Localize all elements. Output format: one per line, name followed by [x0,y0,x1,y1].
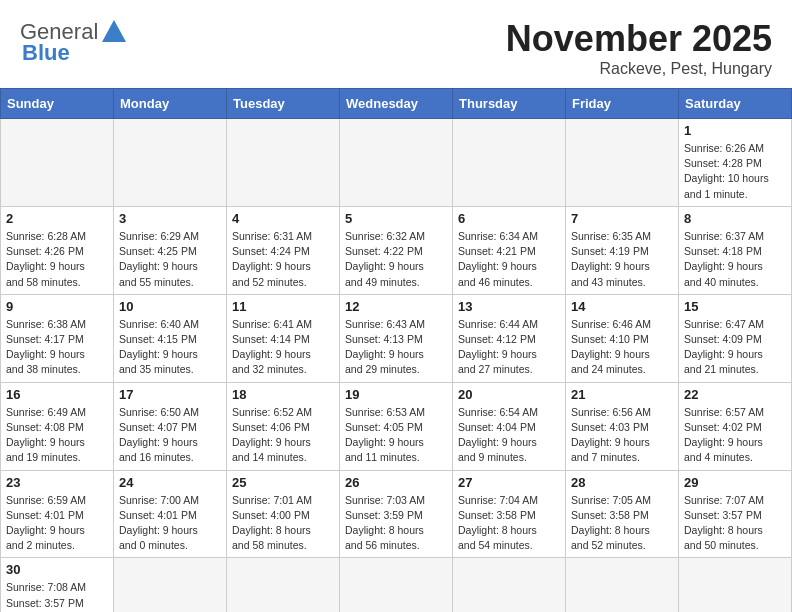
calendar-cell: 28Sunrise: 7:05 AM Sunset: 3:58 PM Dayli… [566,470,679,558]
day-info: Sunrise: 6:52 AM Sunset: 4:06 PM Dayligh… [232,405,334,466]
logo-icon [100,18,128,46]
header-day-sunday: Sunday [1,89,114,119]
day-info: Sunrise: 6:59 AM Sunset: 4:01 PM Dayligh… [6,493,108,554]
header-day-thursday: Thursday [453,89,566,119]
day-info: Sunrise: 6:32 AM Sunset: 4:22 PM Dayligh… [345,229,447,290]
day-info: Sunrise: 6:53 AM Sunset: 4:05 PM Dayligh… [345,405,447,466]
day-number: 28 [571,475,673,490]
calendar-cell [566,119,679,207]
day-number: 6 [458,211,560,226]
day-info: Sunrise: 6:37 AM Sunset: 4:18 PM Dayligh… [684,229,786,290]
day-info: Sunrise: 7:01 AM Sunset: 4:00 PM Dayligh… [232,493,334,554]
day-number: 26 [345,475,447,490]
calendar-cell: 7Sunrise: 6:35 AM Sunset: 4:19 PM Daylig… [566,206,679,294]
calendar-cell: 6Sunrise: 6:34 AM Sunset: 4:21 PM Daylig… [453,206,566,294]
calendar-cell: 18Sunrise: 6:52 AM Sunset: 4:06 PM Dayli… [227,382,340,470]
page-subtitle: Rackeve, Pest, Hungary [506,60,772,78]
calendar-cell [453,558,566,612]
calendar-cell: 2Sunrise: 6:28 AM Sunset: 4:26 PM Daylig… [1,206,114,294]
day-number: 3 [119,211,221,226]
page-title: November 2025 [506,18,772,60]
calendar-table: SundayMondayTuesdayWednesdayThursdayFrid… [0,88,792,612]
calendar-cell [114,119,227,207]
title-block: November 2025 Rackeve, Pest, Hungary [506,18,772,78]
calendar-cell [114,558,227,612]
calendar-cell [1,119,114,207]
calendar-week-row: 23Sunrise: 6:59 AM Sunset: 4:01 PM Dayli… [1,470,792,558]
day-number: 20 [458,387,560,402]
calendar-cell [679,558,792,612]
day-number: 2 [6,211,108,226]
day-info: Sunrise: 7:08 AM Sunset: 3:57 PM Dayligh… [6,580,108,612]
day-number: 24 [119,475,221,490]
day-info: Sunrise: 7:07 AM Sunset: 3:57 PM Dayligh… [684,493,786,554]
calendar-cell: 23Sunrise: 6:59 AM Sunset: 4:01 PM Dayli… [1,470,114,558]
svg-marker-0 [102,20,126,42]
day-info: Sunrise: 6:35 AM Sunset: 4:19 PM Dayligh… [571,229,673,290]
day-number: 16 [6,387,108,402]
day-info: Sunrise: 6:26 AM Sunset: 4:28 PM Dayligh… [684,141,786,202]
calendar-cell: 10Sunrise: 6:40 AM Sunset: 4:15 PM Dayli… [114,294,227,382]
calendar-cell: 14Sunrise: 6:46 AM Sunset: 4:10 PM Dayli… [566,294,679,382]
calendar-cell: 22Sunrise: 6:57 AM Sunset: 4:02 PM Dayli… [679,382,792,470]
calendar-week-row: 30Sunrise: 7:08 AM Sunset: 3:57 PM Dayli… [1,558,792,612]
day-number: 11 [232,299,334,314]
calendar-cell [340,558,453,612]
day-info: Sunrise: 6:47 AM Sunset: 4:09 PM Dayligh… [684,317,786,378]
page-header: General Blue November 2025 Rackeve, Pest… [0,0,792,88]
calendar-cell [453,119,566,207]
calendar-cell: 3Sunrise: 6:29 AM Sunset: 4:25 PM Daylig… [114,206,227,294]
day-number: 9 [6,299,108,314]
day-number: 17 [119,387,221,402]
calendar-cell [340,119,453,207]
calendar-cell: 13Sunrise: 6:44 AM Sunset: 4:12 PM Dayli… [453,294,566,382]
calendar-cell: 20Sunrise: 6:54 AM Sunset: 4:04 PM Dayli… [453,382,566,470]
day-number: 12 [345,299,447,314]
day-number: 7 [571,211,673,226]
day-number: 29 [684,475,786,490]
header-day-tuesday: Tuesday [227,89,340,119]
calendar-cell [566,558,679,612]
calendar-cell: 12Sunrise: 6:43 AM Sunset: 4:13 PM Dayli… [340,294,453,382]
calendar-week-row: 1Sunrise: 6:26 AM Sunset: 4:28 PM Daylig… [1,119,792,207]
day-info: Sunrise: 6:54 AM Sunset: 4:04 PM Dayligh… [458,405,560,466]
day-info: Sunrise: 6:31 AM Sunset: 4:24 PM Dayligh… [232,229,334,290]
day-number: 1 [684,123,786,138]
calendar-cell: 19Sunrise: 6:53 AM Sunset: 4:05 PM Dayli… [340,382,453,470]
day-number: 21 [571,387,673,402]
calendar-cell: 15Sunrise: 6:47 AM Sunset: 4:09 PM Dayli… [679,294,792,382]
header-day-saturday: Saturday [679,89,792,119]
calendar-week-row: 2Sunrise: 6:28 AM Sunset: 4:26 PM Daylig… [1,206,792,294]
day-number: 8 [684,211,786,226]
day-number: 23 [6,475,108,490]
day-info: Sunrise: 6:41 AM Sunset: 4:14 PM Dayligh… [232,317,334,378]
day-number: 25 [232,475,334,490]
day-info: Sunrise: 6:46 AM Sunset: 4:10 PM Dayligh… [571,317,673,378]
day-number: 22 [684,387,786,402]
calendar-cell: 26Sunrise: 7:03 AM Sunset: 3:59 PM Dayli… [340,470,453,558]
calendar-week-row: 16Sunrise: 6:49 AM Sunset: 4:08 PM Dayli… [1,382,792,470]
logo: General Blue [20,18,128,66]
calendar-week-row: 9Sunrise: 6:38 AM Sunset: 4:17 PM Daylig… [1,294,792,382]
day-number: 30 [6,562,108,577]
calendar-cell: 25Sunrise: 7:01 AM Sunset: 4:00 PM Dayli… [227,470,340,558]
calendar-cell: 8Sunrise: 6:37 AM Sunset: 4:18 PM Daylig… [679,206,792,294]
header-day-monday: Monday [114,89,227,119]
calendar-cell: 16Sunrise: 6:49 AM Sunset: 4:08 PM Dayli… [1,382,114,470]
day-number: 5 [345,211,447,226]
day-number: 14 [571,299,673,314]
calendar-cell: 5Sunrise: 6:32 AM Sunset: 4:22 PM Daylig… [340,206,453,294]
calendar-cell [227,119,340,207]
day-number: 15 [684,299,786,314]
calendar-cell: 17Sunrise: 6:50 AM Sunset: 4:07 PM Dayli… [114,382,227,470]
day-number: 13 [458,299,560,314]
day-info: Sunrise: 6:44 AM Sunset: 4:12 PM Dayligh… [458,317,560,378]
calendar-cell: 11Sunrise: 6:41 AM Sunset: 4:14 PM Dayli… [227,294,340,382]
day-info: Sunrise: 7:05 AM Sunset: 3:58 PM Dayligh… [571,493,673,554]
day-number: 27 [458,475,560,490]
calendar-cell: 21Sunrise: 6:56 AM Sunset: 4:03 PM Dayli… [566,382,679,470]
day-info: Sunrise: 6:28 AM Sunset: 4:26 PM Dayligh… [6,229,108,290]
day-info: Sunrise: 7:00 AM Sunset: 4:01 PM Dayligh… [119,493,221,554]
header-day-friday: Friday [566,89,679,119]
calendar-cell: 1Sunrise: 6:26 AM Sunset: 4:28 PM Daylig… [679,119,792,207]
